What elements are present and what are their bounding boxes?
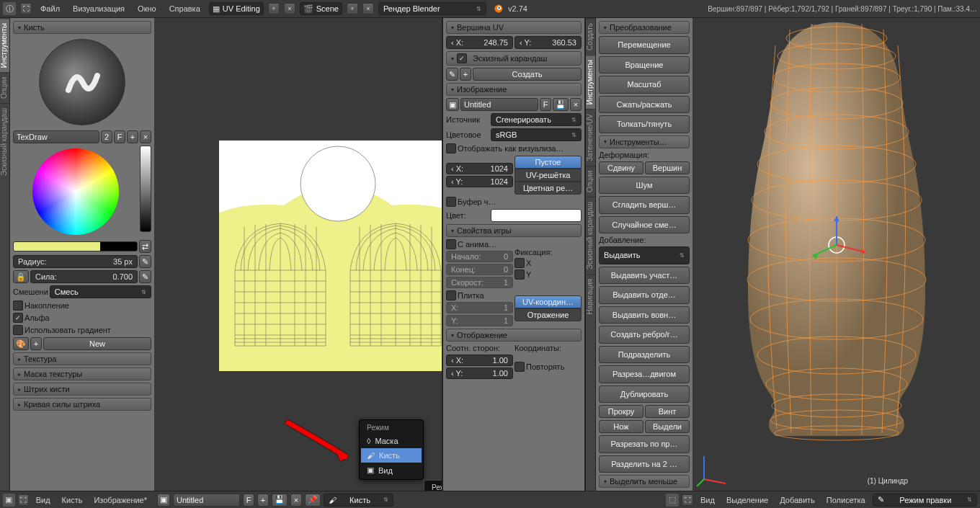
uv-pin[interactable]: 📌 bbox=[305, 494, 321, 507]
uv-image-remove2[interactable]: × bbox=[290, 494, 302, 507]
v3d-menu-mesh[interactable]: Полисетка bbox=[822, 494, 870, 506]
select-btn[interactable]: Выдели bbox=[645, 420, 690, 433]
map-reflection[interactable]: Отражение bbox=[514, 308, 582, 321]
tab-tools[interactable]: Инструменты bbox=[0, 18, 9, 72]
uv-x-field[interactable]: ‹ X:248.75 bbox=[446, 36, 513, 49]
image-save[interactable]: 💾 bbox=[553, 98, 569, 111]
color-wheel[interactable] bbox=[32, 148, 119, 235]
knife-btn[interactable]: Нож bbox=[599, 420, 643, 433]
meshtools-header[interactable]: Инструменты… bbox=[599, 135, 690, 148]
clamp-x-check[interactable] bbox=[514, 258, 525, 268]
uv-expand[interactable]: ⛶ bbox=[18, 494, 29, 506]
radius-pressure[interactable]: ✎ bbox=[139, 255, 151, 268]
uv-image-name[interactable]: Untitled bbox=[173, 494, 240, 507]
uv-image-save2[interactable]: 💾 bbox=[272, 494, 288, 507]
popup-item-view[interactable]: ▣Вид bbox=[361, 463, 422, 478]
value-slider[interactable] bbox=[140, 146, 151, 232]
scale-btn[interactable]: Масштаб bbox=[599, 76, 690, 94]
uv-editor-type-icon[interactable]: ▣ bbox=[3, 494, 15, 507]
tab3d-create[interactable]: Создать bbox=[586, 18, 595, 55]
display-panel-header[interactable]: Отображение bbox=[446, 329, 582, 342]
tab3d-tools[interactable]: Инструменты bbox=[586, 55, 595, 109]
palette-add[interactable]: + bbox=[30, 337, 42, 350]
blend-mode[interactable]: Смесь bbox=[50, 285, 151, 298]
vertex-btn[interactable]: Вершин bbox=[645, 161, 690, 174]
extrude-in-btn[interactable]: Выдавить вовн… bbox=[599, 306, 690, 324]
uv-mode-dropdown[interactable]: 🖌 Кисть bbox=[324, 494, 393, 507]
push-btn[interactable]: Толкать/тянуть bbox=[599, 115, 690, 133]
tab3d-gpencil[interactable]: Эскизный карандаш bbox=[586, 197, 595, 274]
expand-btn[interactable]: ⛶ bbox=[20, 3, 32, 14]
uv-menu-brush[interactable]: Кисть bbox=[58, 494, 87, 506]
accumulate-check[interactable] bbox=[13, 300, 23, 311]
menu-render[interactable]: Визуализация bbox=[68, 3, 129, 14]
screen-layout[interactable]: ▦ UV Editing bbox=[209, 2, 264, 15]
v3d-menu-view[interactable]: Вид bbox=[696, 494, 719, 506]
translate-btn[interactable]: Перемещение bbox=[599, 36, 690, 54]
brush-preview[interactable] bbox=[39, 39, 125, 125]
tiles-check[interactable] bbox=[446, 290, 456, 300]
strength-field[interactable]: Сила:0.700 bbox=[30, 270, 138, 283]
uv-canvas[interactable] bbox=[219, 141, 442, 371]
brush-users[interactable]: 2 bbox=[101, 130, 112, 143]
brush-name-field[interactable]: TexDraw bbox=[13, 130, 99, 143]
tab3d-options[interactable]: Опции bbox=[586, 166, 595, 197]
uv-image-editor[interactable]: Режим ◊Маска 🖌Кисть ▣Вид Режим 2D-рисова… bbox=[154, 18, 442, 491]
menu-help[interactable]: Справка bbox=[165, 3, 205, 14]
texture-panel-header[interactable]: Текстура bbox=[13, 352, 151, 365]
bisect-btn[interactable]: Разрезать по пр… bbox=[599, 435, 690, 453]
v3d-menu-add[interactable]: Добавить bbox=[775, 494, 819, 506]
view3d-type-icon[interactable]: ⬚ bbox=[666, 494, 679, 507]
view3d-expand[interactable]: ⛶ bbox=[682, 494, 693, 506]
manipulator-gizmo[interactable] bbox=[804, 213, 869, 277]
popup-item-mask[interactable]: ◊Маска bbox=[361, 434, 422, 448]
source-dropdown[interactable]: Сгенерировать bbox=[491, 113, 582, 126]
scene-add[interactable]: + bbox=[347, 3, 358, 14]
tab-gpencil[interactable]: Эскизный карандаш bbox=[0, 103, 9, 180]
layout-add[interactable]: + bbox=[268, 3, 280, 14]
menu-file[interactable]: Файл bbox=[36, 3, 64, 14]
gentype-uvgrid[interactable]: UV-решётка bbox=[514, 169, 582, 182]
duplicate-btn[interactable]: Дублировать bbox=[599, 386, 690, 404]
uv-gpencil-header[interactable]: Эскизный карандаш bbox=[446, 51, 582, 66]
strength-lock[interactable]: 🔒 bbox=[13, 270, 29, 283]
clamp-y-check[interactable] bbox=[514, 269, 525, 280]
image-name-field[interactable]: Untitled bbox=[460, 98, 538, 111]
uv-menu-view[interactable]: Вид bbox=[32, 494, 55, 506]
img-width-field[interactable]: ‹ X:1024 bbox=[446, 163, 513, 174]
edge-face-btn[interactable]: Создать ребро/г… bbox=[599, 326, 690, 344]
randomize-btn[interactable]: Случайное сме… bbox=[599, 216, 690, 234]
radius-field[interactable]: Радиус:35 px bbox=[13, 255, 138, 268]
aspect-x[interactable]: ‹ X:1.00 bbox=[446, 355, 513, 366]
float-buffer-check[interactable] bbox=[446, 197, 456, 207]
slide-btn[interactable]: Сдвину bbox=[599, 161, 643, 174]
brush-fake-user[interactable]: F bbox=[114, 130, 125, 143]
noise-btn[interactable]: Шум bbox=[599, 177, 690, 195]
brush-remove[interactable]: × bbox=[140, 130, 151, 143]
rotate-btn[interactable]: Вращение bbox=[599, 56, 690, 74]
stroke-panel-header[interactable]: Штрих кисти bbox=[13, 383, 151, 396]
gpencil-add[interactable]: + bbox=[460, 68, 471, 81]
spin-btn[interactable]: Прокру bbox=[599, 405, 643, 418]
image-remove[interactable]: × bbox=[570, 98, 582, 111]
aspect-y[interactable]: ‹ Y:1.00 bbox=[446, 367, 513, 379]
loopcut-btn[interactable]: Разреза…двигом bbox=[599, 365, 690, 383]
uv-imgbrowse[interactable]: ▣ bbox=[157, 494, 170, 507]
image-browser[interactable]: ▣ bbox=[446, 98, 459, 111]
subdivide-btn[interactable]: Подразделить bbox=[599, 346, 690, 364]
texture-mask-panel-header[interactable]: Маска текстуры bbox=[13, 367, 151, 380]
split2-btn[interactable]: Разделить на 2 … bbox=[599, 455, 690, 473]
tab-options[interactable]: Опции bbox=[0, 72, 9, 103]
uv-image-add[interactable]: + bbox=[257, 494, 269, 507]
color-swatch-bar[interactable] bbox=[13, 241, 138, 251]
menu-window[interactable]: Окно bbox=[133, 3, 161, 14]
scene-remove[interactable]: × bbox=[362, 3, 374, 14]
extrude-region-btn[interactable]: Выдавить участ… bbox=[599, 267, 690, 285]
gpencil-create[interactable]: Создать bbox=[473, 68, 582, 81]
strength-pressure[interactable]: ✎ bbox=[139, 270, 151, 283]
shrink-btn[interactable]: Сжать/расжать bbox=[599, 96, 690, 114]
colorspace-dropdown[interactable]: sRGB bbox=[491, 128, 582, 141]
uv-image-fake[interactable]: F bbox=[243, 494, 254, 507]
game-panel-header[interactable]: Свойства игры bbox=[446, 224, 582, 237]
gradient-check[interactable] bbox=[13, 325, 23, 335]
